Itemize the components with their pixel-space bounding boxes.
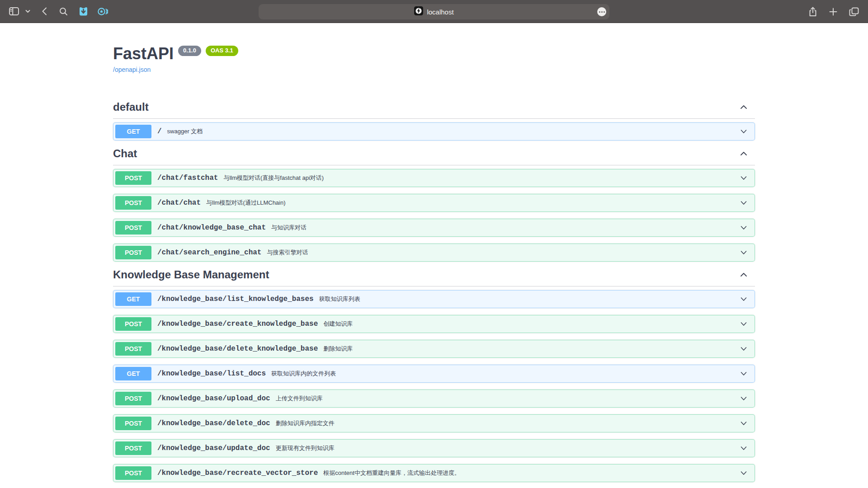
method-badge: GET — [115, 125, 151, 138]
expand-endpoint-icon[interactable] — [739, 223, 748, 232]
endpoint-row[interactable]: POST /chat/chat 与llm模型对话(通过LLMChain) — [113, 194, 755, 212]
page-title: FastAPI — [113, 44, 174, 63]
operations: GET / swagger 文档 — [113, 122, 755, 141]
swagger-page: FastAPI 0.1.0 OAS 3.1 /openapi.json defa… — [0, 23, 868, 488]
endpoint-path: /knowledge_base/update_doc — [157, 444, 270, 452]
endpoint-description: 与搜索引擎对话 — [267, 249, 735, 257]
method-badge: POST — [115, 317, 151, 331]
new-tab-button[interactable] — [828, 7, 838, 17]
endpoint-description: 获取知识库列表 — [319, 295, 735, 303]
expand-endpoint-icon[interactable] — [739, 444, 748, 453]
endpoint-path: / — [157, 127, 162, 136]
address-bar-url: localhost — [427, 8, 453, 16]
endpoint-row[interactable]: POST /knowledge_base/update_doc 更新现有文件到知… — [113, 439, 755, 457]
extension-download-icon — [79, 6, 88, 16]
version-badge: 0.1.0 — [178, 46, 201, 56]
section-title: Knowledge Base Management — [113, 268, 269, 281]
api-section: Chat POST /chat/fastchat 与llm模型对话(直接与fas… — [113, 147, 755, 262]
search-button[interactable] — [58, 6, 69, 17]
address-bar[interactable]: localhost — [259, 4, 609, 19]
site-favicon — [414, 6, 423, 17]
extension-star-button[interactable] — [96, 6, 109, 17]
openapi-spec-link[interactable]: /openapi.json — [113, 66, 151, 73]
endpoint-row[interactable]: GET /knowledge_base/list_knowledge_bases… — [113, 290, 755, 308]
endpoint-path: /knowledge_base/delete_knowledge_base — [157, 345, 318, 353]
endpoint-path: /knowledge_base/upload_doc — [157, 394, 270, 403]
endpoint-description: 删除知识库 — [323, 345, 735, 353]
endpoint-row[interactable]: POST /knowledge_base/recreate_vector_sto… — [113, 464, 755, 482]
endpoint-row[interactable]: POST /knowledge_base/delete_knowledge_ba… — [113, 340, 755, 358]
method-badge: POST — [115, 441, 151, 455]
endpoint-row[interactable]: POST /knowledge_base/create_knowledge_ba… — [113, 315, 755, 333]
method-badge: POST — [115, 342, 151, 356]
back-button[interactable] — [40, 6, 48, 17]
tab-overview-button[interactable] — [848, 6, 860, 17]
endpoint-description: 获取知识库内的文件列表 — [271, 370, 735, 378]
endpoint-description: 创建知识库 — [323, 320, 735, 328]
endpoint-description: 与知识库对话 — [271, 224, 735, 232]
method-badge: POST — [115, 246, 151, 259]
endpoint-row[interactable]: POST /knowledge_base/upload_doc 上传文件到知识库 — [113, 389, 755, 408]
endpoint-path: /chat/knowledge_base_chat — [157, 224, 266, 232]
endpoint-description: 与llm模型对话(通过LLMChain) — [206, 199, 735, 207]
api-info: FastAPI 0.1.0 OAS 3.1 /openapi.json — [113, 44, 755, 74]
section-title: default — [113, 101, 149, 113]
search-icon — [59, 7, 68, 16]
endpoint-path: /knowledge_base/list_docs — [157, 370, 266, 378]
method-badge: GET — [115, 292, 151, 306]
expand-endpoint-icon[interactable] — [739, 174, 748, 183]
endpoint-path: /chat/fastchat — [157, 174, 218, 182]
endpoint-description: 与llm模型对话(直接与fastchat api对话) — [223, 174, 735, 182]
expand-endpoint-icon[interactable] — [739, 198, 748, 207]
expand-endpoint-icon[interactable] — [739, 319, 748, 328]
method-badge: POST — [115, 417, 151, 430]
collapse-section-icon[interactable] — [739, 102, 749, 112]
endpoint-path: /knowledge_base/recreate_vector_store — [157, 469, 318, 477]
endpoint-path: /knowledge_base/list_knowledge_bases — [157, 295, 314, 303]
extension-download-button[interactable] — [78, 5, 89, 17]
expand-endpoint-icon[interactable] — [739, 419, 748, 428]
endpoint-description: swagger 文档 — [167, 127, 735, 136]
endpoint-row[interactable]: GET /knowledge_base/list_docs 获取知识库内的文件列… — [113, 365, 755, 383]
sections-list: default GET / swagger 文档 Chat — [113, 101, 755, 482]
endpoint-description: 删除知识库内指定文件 — [276, 419, 735, 427]
method-badge: GET — [115, 367, 151, 380]
oas-badge: OAS 3.1 — [206, 46, 238, 56]
section-header[interactable]: Chat — [113, 147, 755, 165]
expand-endpoint-icon[interactable] — [739, 344, 748, 353]
method-badge: POST — [115, 466, 151, 480]
expand-endpoint-icon[interactable] — [739, 469, 748, 478]
expand-endpoint-icon[interactable] — [739, 369, 748, 378]
plus-icon — [829, 8, 837, 16]
expand-endpoint-icon[interactable] — [739, 248, 748, 257]
endpoint-row[interactable]: POST /chat/fastchat 与llm模型对话(直接与fastchat… — [113, 169, 755, 187]
endpoint-path: /chat/chat — [157, 199, 201, 207]
operations: POST /chat/fastchat 与llm模型对话(直接与fastchat… — [113, 169, 755, 262]
collapse-section-icon[interactable] — [739, 270, 749, 280]
browser-toolbar: localhost — [0, 0, 868, 23]
sidebar-menu-button[interactable] — [24, 9, 31, 14]
section-header[interactable]: default — [113, 101, 755, 119]
operations: GET /knowledge_base/list_knowledge_bases… — [113, 290, 755, 482]
sidebar-toggle-button[interactable] — [8, 6, 20, 16]
collapse-section-icon[interactable] — [739, 149, 749, 159]
share-button[interactable] — [807, 5, 818, 18]
endpoint-row[interactable]: POST /chat/knowledge_base_chat 与知识库对话 — [113, 219, 755, 237]
section-header[interactable]: Knowledge Base Management — [113, 268, 755, 286]
page-options-icon[interactable] — [597, 7, 606, 16]
endpoint-path: /knowledge_base/create_knowledge_base — [157, 320, 318, 328]
endpoint-row[interactable]: POST /chat/search_engine_chat 与搜索引擎对话 — [113, 244, 755, 262]
expand-endpoint-icon[interactable] — [739, 295, 748, 304]
back-icon — [41, 7, 47, 16]
api-section: default GET / swagger 文档 — [113, 101, 755, 141]
endpoint-row[interactable]: POST /knowledge_base/delete_doc 删除知识库内指定… — [113, 414, 755, 432]
endpoint-path: /chat/search_engine_chat — [157, 249, 261, 257]
expand-endpoint-icon[interactable] — [739, 394, 748, 403]
api-section: Knowledge Base Management GET /knowledge… — [113, 268, 755, 482]
endpoint-description: 上传文件到知识库 — [276, 394, 735, 403]
extension-star-icon — [97, 7, 108, 16]
sidebar-icon — [9, 7, 19, 15]
expand-endpoint-icon[interactable] — [739, 127, 748, 136]
endpoint-row[interactable]: GET / swagger 文档 — [113, 122, 755, 141]
method-badge: POST — [115, 196, 151, 210]
